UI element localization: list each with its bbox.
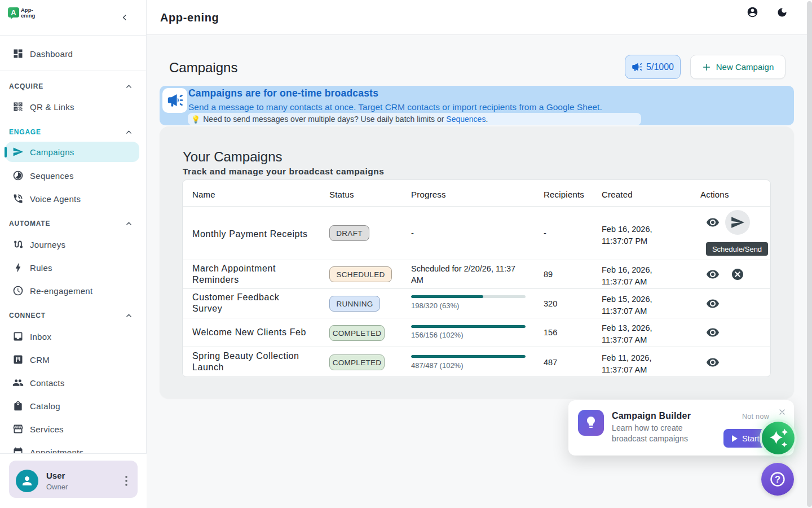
svg-text:?: ? bbox=[775, 474, 780, 484]
svg-text:A: A bbox=[11, 8, 16, 17]
